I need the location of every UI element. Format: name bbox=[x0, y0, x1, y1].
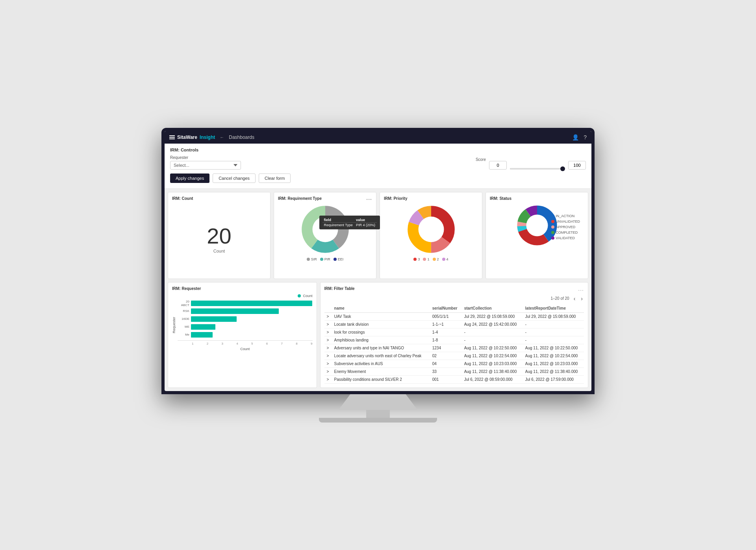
requester-label: Requester bbox=[170, 155, 241, 160]
priority-title: IRM: Priority bbox=[384, 196, 478, 201]
legend-dot-unvalidated bbox=[551, 220, 554, 223]
legend-item-pir: PIR bbox=[320, 257, 330, 261]
table-row[interactable]: > Passibility conditions around SILVER 2… bbox=[324, 375, 584, 383]
table-row[interactable]: > Locate tank division 1-1-~1 Aug 24, 20… bbox=[324, 320, 584, 328]
table-row[interactable]: > Adversary units and type in NAI TANGO … bbox=[324, 344, 584, 352]
bar-chart-wrapper: Requester 20 ABCT RSK bbox=[172, 299, 313, 351]
filter-table: name serialNumber startCollection latest… bbox=[324, 304, 584, 384]
row-expand-0[interactable]: > bbox=[324, 312, 332, 320]
x-axis: 1 2 3 4 5 6 7 8 9 bbox=[178, 340, 313, 345]
table-row[interactable]: > Enemy Movement 33 Aug 11, 2022 @ 11:38… bbox=[324, 367, 584, 375]
col-name[interactable]: name bbox=[332, 304, 430, 313]
table-row[interactable]: > look for crossings 1-4 - - bbox=[324, 328, 584, 336]
filter-table-more-icon[interactable]: ··· bbox=[578, 287, 584, 293]
count-widget: IRM: Count 20 Count bbox=[168, 192, 271, 279]
legend-label-2: 2 bbox=[437, 257, 439, 261]
legend-label-4: 4 bbox=[447, 257, 448, 261]
cancel-changes-button[interactable]: Cancel changes bbox=[213, 173, 256, 183]
count-display: 20 Count bbox=[172, 204, 266, 275]
legend-dot-approved bbox=[551, 225, 554, 229]
help-icon[interactable]: ? bbox=[584, 134, 587, 140]
count-widget-title: IRM: Count bbox=[172, 196, 266, 201]
table-header-row: name serialNumber startCollection latest… bbox=[324, 304, 584, 313]
table-row[interactable]: > Locate adversary units north east of C… bbox=[324, 352, 584, 360]
row-expand-7[interactable]: > bbox=[324, 367, 332, 375]
bar-fill-0 bbox=[191, 301, 312, 306]
col-serial[interactable]: serialNumber bbox=[430, 304, 462, 313]
bar-fill-3 bbox=[191, 324, 215, 330]
svg-point-9 bbox=[418, 216, 444, 242]
row-serial-2: 1-4 bbox=[430, 328, 462, 336]
legend-validated: VALIDATED bbox=[551, 236, 580, 240]
buttons-row: Apply changes Cancel changes Clear form bbox=[170, 173, 586, 183]
table-row[interactable]: > Subversive activities in AUS 04 Aug 11… bbox=[324, 360, 584, 367]
nav-back-button[interactable]: ← bbox=[220, 135, 224, 140]
next-page-button[interactable]: › bbox=[580, 295, 584, 302]
row-start-8: Jul 6, 2022 @ 08:59:00.000 bbox=[462, 375, 523, 383]
req-type-tooltip: field value Requirement Type PIR 4 (20%) bbox=[319, 216, 380, 229]
dashboard-grid: IRM: Count 20 Count IRM: Requirement Typ… bbox=[165, 189, 591, 282]
requester-select[interactable]: Select... bbox=[170, 161, 241, 170]
row-name-6: Subversive activities in AUS bbox=[332, 360, 430, 367]
req-type-donut-svg bbox=[300, 204, 351, 255]
sitaware-text: SitaWare bbox=[177, 135, 197, 140]
row-expand-2[interactable]: > bbox=[324, 328, 332, 336]
score-max-input[interactable] bbox=[568, 161, 586, 170]
row-expand-6[interactable]: > bbox=[324, 360, 332, 367]
row-serial-0: 005/1/1/1 bbox=[430, 312, 462, 320]
table-row[interactable]: > Amphibious landing 1-8 - - bbox=[324, 336, 584, 344]
bar-label-0: 20 ABCT bbox=[178, 300, 189, 307]
count-number: 20 bbox=[207, 225, 231, 247]
status-widget: IRM: Status bbox=[485, 192, 588, 279]
nav-logo[interactable]: SitaWare Insight bbox=[169, 135, 215, 140]
row-start-5: Aug 11, 2022 @ 10:22:54.000 bbox=[462, 352, 523, 360]
legend-dot-in-action bbox=[551, 214, 554, 218]
row-serial-3: 1-8 bbox=[430, 336, 462, 344]
req-type-title: IRM: Requirement Type ··· bbox=[278, 196, 372, 201]
row-expand-3[interactable]: > bbox=[324, 336, 332, 344]
legend-item-3: 3 bbox=[413, 257, 420, 261]
monitor-neck bbox=[366, 410, 390, 418]
table-body: > UAV Task 005/1/1/1 Jul 29, 2022 @ 15:0… bbox=[324, 312, 584, 383]
bars-area: 20 ABCT RSK 16DE bbox=[178, 299, 313, 351]
legend-dot-4 bbox=[442, 258, 445, 261]
legend-in-action: IN_ACTION bbox=[551, 214, 580, 218]
row-expand-1[interactable]: > bbox=[324, 320, 332, 328]
col-latest[interactable]: latestReportDateTime bbox=[523, 304, 584, 313]
row-latest-4: Aug 11, 2022 @ 10:22:50.000 bbox=[523, 344, 584, 352]
legend-dot-3 bbox=[413, 258, 417, 261]
row-latest-2: - bbox=[523, 328, 584, 336]
requester-widget-title: IRM: Requester bbox=[172, 286, 313, 291]
row-expand-4[interactable]: > bbox=[324, 344, 332, 352]
pagination-info: 1–20 of 20 bbox=[550, 296, 569, 301]
row-name-2: look for crossings bbox=[332, 328, 430, 336]
row-serial-1: 1-1-~1 bbox=[430, 320, 462, 328]
bottom-row: IRM: Requester Count Requester 20 ABCT bbox=[165, 282, 591, 391]
score-slider[interactable] bbox=[510, 168, 565, 170]
row-expand-5[interactable]: > bbox=[324, 352, 332, 360]
legend-label-completed: COMPLETED bbox=[556, 231, 578, 234]
legend-dot-eei bbox=[334, 258, 337, 261]
score-min-input[interactable] bbox=[489, 161, 507, 170]
clear-form-button[interactable]: Clear form bbox=[259, 173, 291, 183]
priority-donut-svg bbox=[406, 204, 457, 255]
legend-dot-pir bbox=[320, 258, 323, 261]
prev-page-button[interactable]: ‹ bbox=[573, 295, 577, 302]
col-start[interactable]: startCollection bbox=[462, 304, 523, 313]
status-widget-inner: IN_ACTION UNVALIDATED APPROVED bbox=[490, 204, 584, 247]
x-tick-4: 4 bbox=[236, 342, 238, 345]
menu-icon[interactable] bbox=[169, 135, 175, 139]
legend-dot-2 bbox=[433, 258, 436, 261]
req-type-donut: field value Requirement Type PIR 4 (20%) bbox=[300, 204, 351, 255]
table-row[interactable]: > UAV Task 005/1/1/1 Jul 29, 2022 @ 15:0… bbox=[324, 312, 584, 320]
svg-point-16 bbox=[526, 214, 548, 236]
row-expand-8[interactable]: > bbox=[324, 375, 332, 383]
legend-item-sir: SIR bbox=[307, 257, 317, 261]
apply-changes-button[interactable]: Apply changes bbox=[170, 173, 209, 183]
user-icon[interactable]: 👤 bbox=[572, 134, 579, 140]
status-title: IRM: Status bbox=[490, 196, 584, 201]
nav-bar: SitaWare Insight ← Dashboards 👤 ? bbox=[165, 131, 591, 144]
legend-label-unvalidated: UNVALIDATED bbox=[556, 220, 580, 223]
req-type-more-icon[interactable]: ··· bbox=[366, 196, 372, 203]
priority-legend: 3 1 2 4 bbox=[384, 257, 478, 261]
